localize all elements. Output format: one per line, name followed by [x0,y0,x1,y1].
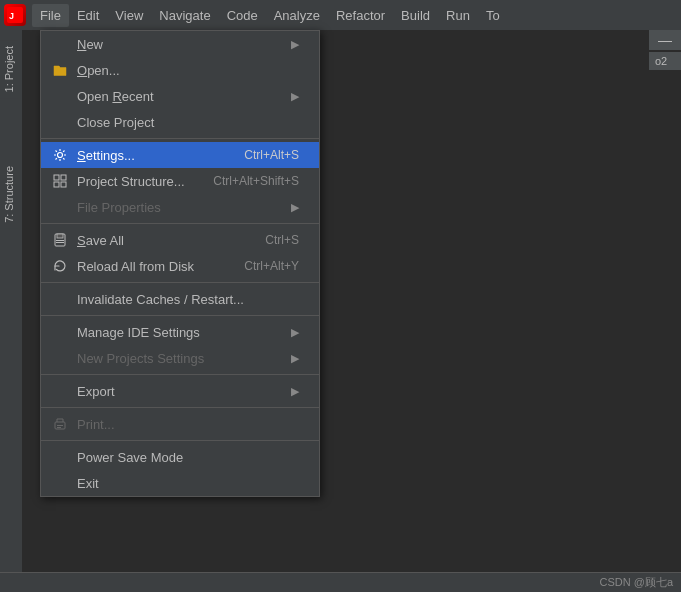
project-structure-shortcut: Ctrl+Alt+Shift+S [213,174,299,188]
menu-item-print: Print... [41,411,319,437]
menu-item-close-project-label: Close Project [77,115,299,130]
file-properties-arrow: ▶ [291,201,299,214]
save-all-icon [51,231,69,249]
svg-rect-4 [61,175,66,180]
menu-item-invalidate-label: Invalidate Caches / Restart... [77,292,299,307]
svg-rect-9 [56,240,64,241]
menu-build[interactable]: Build [393,4,438,27]
power-save-icon [51,448,69,466]
manage-ide-arrow: ▶ [291,326,299,339]
separator-5 [41,374,319,375]
menu-item-manage-ide[interactable]: Manage IDE Settings ▶ [41,319,319,345]
open-recent-arrow: ▶ [291,90,299,103]
separator-6 [41,407,319,408]
new-icon [51,35,69,53]
separator-3 [41,282,319,283]
menu-item-open-recent[interactable]: Open Recent ▶ [41,83,319,109]
menu-refactor[interactable]: Refactor [328,4,393,27]
side-tab-project[interactable]: 1: Project [0,40,18,98]
menu-item-settings-label: Settings... [77,148,224,163]
save-all-shortcut: Ctrl+S [265,233,299,247]
svg-text:J: J [9,11,14,21]
menu-item-save-all[interactable]: Save All Ctrl+S [41,227,319,253]
svg-rect-10 [56,242,64,243]
menu-item-new-projects: New Projects Settings ▶ [41,345,319,371]
menu-item-reload-label: Reload All from Disk [77,259,224,274]
menu-item-reload[interactable]: Reload All from Disk Ctrl+Alt+Y [41,253,319,279]
menu-item-export-label: Export [77,384,281,399]
menu-item-open[interactable]: Open... [41,57,319,83]
menu-file[interactable]: File [32,4,69,27]
menu-bar: J File Edit View Navigate Code Analyze R… [0,0,681,30]
menu-analyze[interactable]: Analyze [266,4,328,27]
menu-item-power-save[interactable]: Power Save Mode [41,444,319,470]
menu-item-exit[interactable]: Exit [41,470,319,496]
print-icon [51,415,69,433]
menu-item-manage-ide-label: Manage IDE Settings [77,325,281,340]
status-bar-text: CSDN @顾七a [599,575,673,590]
menu-run[interactable]: Run [438,4,478,27]
menu-item-new[interactable]: New ▶ [41,31,319,57]
svg-rect-3 [54,175,59,180]
settings-shortcut: Ctrl+Alt+S [244,148,299,162]
close-project-icon [51,113,69,131]
menu-code[interactable]: Code [219,4,266,27]
menu-item-export[interactable]: Export ▶ [41,378,319,404]
open-recent-icon [51,87,69,105]
svg-rect-12 [57,425,63,426]
menu-item-open-label: Open... [77,63,299,78]
menu-navigate[interactable]: Navigate [151,4,218,27]
menu-item-project-structure-label: Project Structure... [77,174,193,189]
side-tab-structure[interactable]: 7: Structure [0,160,18,229]
file-properties-icon [51,198,69,216]
svg-rect-6 [61,182,66,187]
menu-item-close-project[interactable]: Close Project [41,109,319,135]
menu-item-exit-label: Exit [77,476,299,491]
svg-point-2 [58,153,63,158]
separator-2 [41,223,319,224]
menu-item-invalidate[interactable]: Invalidate Caches / Restart... [41,286,319,312]
reload-shortcut: Ctrl+Alt+Y [244,259,299,273]
manage-ide-icon [51,323,69,341]
menu-item-open-recent-label: Open Recent [77,89,281,104]
dropdown-panel: New ▶ Open... Open Recent ▶ Close Projec… [40,30,320,497]
side-tabs: 1: Project 7: Structure [0,30,22,572]
settings-icon [51,146,69,164]
minimize-icon: — [658,32,672,48]
open-icon [51,61,69,79]
separator-4 [41,315,319,316]
svg-rect-13 [57,427,61,428]
menu-item-print-label: Print... [77,417,299,432]
new-projects-arrow: ▶ [291,352,299,365]
project-structure-icon [51,172,69,190]
menu-item-settings[interactable]: Settings... Ctrl+Alt+S [41,142,319,168]
menu-edit[interactable]: Edit [69,4,107,27]
menu-item-save-all-label: Save All [77,233,245,248]
reload-icon [51,257,69,275]
export-icon [51,382,69,400]
menu-item-file-properties: File Properties ▶ [41,194,319,220]
minimize-button[interactable]: — [649,30,681,50]
status-bar: CSDN @顾七a [0,572,681,592]
new-arrow: ▶ [291,38,299,51]
invalidate-icon [51,290,69,308]
menu-item-power-save-label: Power Save Mode [77,450,299,465]
app-logo: J [4,4,26,26]
separator-1 [41,138,319,139]
menu-item-file-properties-label: File Properties [77,200,281,215]
export-arrow: ▶ [291,385,299,398]
exit-icon [51,474,69,492]
menu-tools[interactable]: To [478,4,508,27]
tab-label: o2 [649,52,681,70]
menu-item-new-label: New [77,37,281,52]
svg-rect-8 [57,234,63,238]
separator-7 [41,440,319,441]
menu-view[interactable]: View [107,4,151,27]
new-projects-icon [51,349,69,367]
menu-item-new-projects-label: New Projects Settings [77,351,281,366]
svg-rect-5 [54,182,59,187]
menu-item-project-structure[interactable]: Project Structure... Ctrl+Alt+Shift+S [41,168,319,194]
file-dropdown-menu: New ▶ Open... Open Recent ▶ Close Projec… [40,30,320,497]
